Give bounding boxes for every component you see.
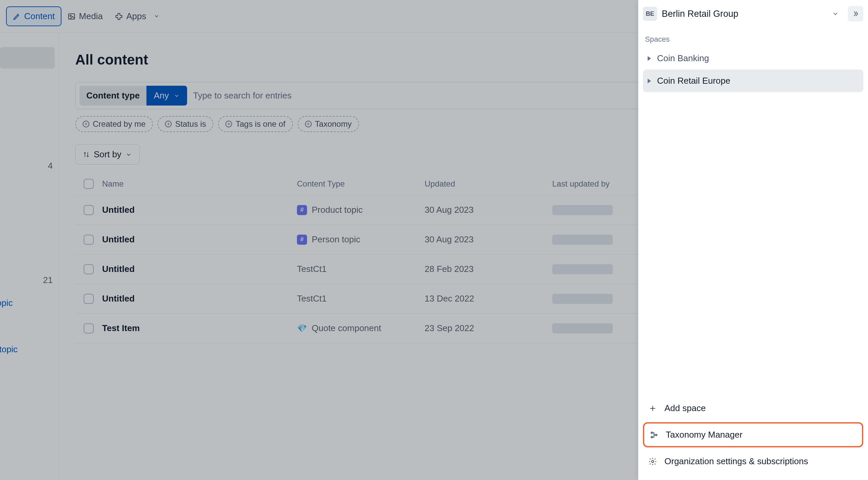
svg-point-5	[652, 460, 654, 462]
panel-footer: Add space Taxonomy Manager Organization …	[643, 397, 863, 473]
row-name: Untitled	[102, 294, 297, 304]
row-updated-by	[552, 264, 613, 274]
spaces-section-label: Spaces	[645, 35, 863, 44]
col-name-header[interactable]: Name	[102, 179, 297, 188]
row-content-type: Product topic	[312, 205, 363, 215]
hierarchy-icon	[650, 430, 658, 439]
filter-content-type-label[interactable]: Content type	[80, 86, 147, 106]
chip-label: Created by me	[93, 119, 146, 129]
row-checkbox[interactable]	[84, 205, 94, 215]
chip-label: Status is	[175, 119, 206, 129]
left-sidebar: 4 21 opic e topic	[0, 33, 59, 480]
gear-icon	[648, 457, 657, 466]
chip-taxonomy[interactable]: +Taxonomy	[298, 116, 359, 132]
sidebar-selected-item[interactable]	[0, 47, 55, 68]
org-name[interactable]: Berlin Retail Group	[662, 9, 823, 19]
content-type-icon: #	[297, 235, 307, 245]
panel-header: BE Berlin Retail Group	[643, 6, 863, 22]
org-settings-button[interactable]: Organization settings & subscriptions	[643, 450, 863, 473]
plus-icon: +	[165, 121, 172, 127]
chevrons-right-icon	[852, 10, 859, 18]
row-updated: 28 Feb 2023	[425, 264, 552, 274]
expand-triangle-icon	[648, 79, 651, 83]
svg-point-3	[651, 436, 652, 438]
row-checkbox[interactable]	[84, 264, 94, 274]
plus-icon: +	[225, 121, 232, 127]
svg-point-4	[655, 434, 657, 435]
chip-label: Tags is one of	[236, 119, 285, 129]
row-checkbox[interactable]	[84, 323, 94, 333]
chevron-down-icon	[154, 11, 160, 22]
filter-content-type-value[interactable]: Any	[147, 86, 187, 106]
row-updated-by	[552, 294, 613, 304]
taxonomy-manager-label: Taxonomy Manager	[666, 429, 742, 440]
filter-value-text: Any	[154, 90, 169, 101]
chevron-down-icon	[125, 151, 132, 158]
nav-media-label: Media	[79, 11, 103, 22]
row-updated: 13 Dec 2022	[425, 294, 552, 304]
nav-media-tab[interactable]: Media	[61, 7, 109, 26]
sidebar-count-b: 21	[43, 275, 53, 286]
row-updated: 23 Sep 2022	[425, 323, 552, 333]
puzzle-icon	[115, 12, 123, 21]
plus-icon	[648, 404, 657, 413]
svg-point-2	[651, 432, 652, 433]
sort-by-label: Sort by	[94, 149, 121, 160]
org-dropdown-toggle[interactable]	[828, 6, 843, 22]
row-checkbox[interactable]	[84, 294, 94, 304]
sidebar-link-a[interactable]: opic	[0, 298, 13, 308]
row-content-type: TestCt1	[297, 264, 327, 274]
chip-label: Taxonomy	[315, 119, 352, 129]
row-name: Test Item	[102, 323, 297, 333]
org-avatar: BE	[643, 7, 657, 21]
add-space-label: Add space	[664, 403, 706, 414]
svg-rect-0	[68, 14, 74, 19]
row-content-type: Person topic	[312, 234, 361, 245]
row-content-type: TestCt1	[297, 294, 327, 304]
col-ct-header[interactable]: Content Type	[297, 179, 425, 188]
image-icon	[67, 12, 75, 21]
chip-status-is[interactable]: +Status is	[158, 116, 213, 132]
nav-content-tab[interactable]: Content	[6, 6, 61, 26]
add-space-button[interactable]: Add space	[643, 397, 863, 420]
sidebar-count-a: 4	[48, 161, 53, 171]
plus-icon: +	[83, 121, 89, 127]
row-updated-by	[552, 205, 613, 215]
col-updated-header[interactable]: Updated	[425, 179, 552, 188]
space-switcher-panel: BE Berlin Retail Group Spaces Coin Banki…	[638, 0, 868, 480]
select-all-checkbox[interactable]	[84, 179, 94, 189]
chip-tags-is-one-of[interactable]: +Tags is one of	[218, 116, 292, 132]
nav-apps-tab[interactable]: Apps	[109, 7, 165, 26]
row-updated: 30 Aug 2023	[425, 234, 552, 245]
plus-icon: +	[305, 121, 312, 127]
gem-icon: 💎	[297, 324, 307, 333]
svg-point-1	[70, 15, 71, 17]
space-name: Coin Retail Europe	[657, 76, 730, 86]
space-name: Coin Banking	[657, 53, 709, 63]
row-checkbox[interactable]	[84, 235, 94, 245]
sort-icon	[83, 151, 90, 158]
row-name: Untitled	[102, 205, 297, 215]
sort-by-button[interactable]: Sort by	[75, 144, 140, 165]
row-updated: 30 Aug 2023	[425, 205, 552, 215]
panel-collapse-button[interactable]	[848, 6, 863, 22]
col-by-header[interactable]: Last updated by	[552, 179, 640, 188]
org-settings-label: Organization settings & subscriptions	[664, 456, 808, 467]
space-item[interactable]: Coin Retail Europe	[643, 69, 863, 92]
taxonomy-manager-button[interactable]: Taxonomy Manager	[643, 422, 863, 447]
chip-created-by-me[interactable]: +Created by me	[75, 116, 153, 132]
row-updated-by	[552, 323, 613, 333]
chevron-down-icon	[174, 93, 180, 99]
sidebar-link-b[interactable]: e topic	[0, 344, 18, 355]
chevron-down-icon	[832, 10, 839, 17]
row-name: Untitled	[102, 234, 297, 245]
expand-triangle-icon	[648, 56, 651, 61]
nav-content-label: Content	[24, 11, 55, 22]
row-content-type: Quote component	[312, 323, 381, 333]
row-name: Untitled	[102, 264, 297, 274]
content-type-icon: #	[297, 205, 307, 215]
nav-apps-label: Apps	[126, 11, 146, 22]
row-updated-by	[552, 235, 613, 245]
space-item[interactable]: Coin Banking	[643, 47, 863, 69]
pen-icon	[13, 12, 21, 21]
